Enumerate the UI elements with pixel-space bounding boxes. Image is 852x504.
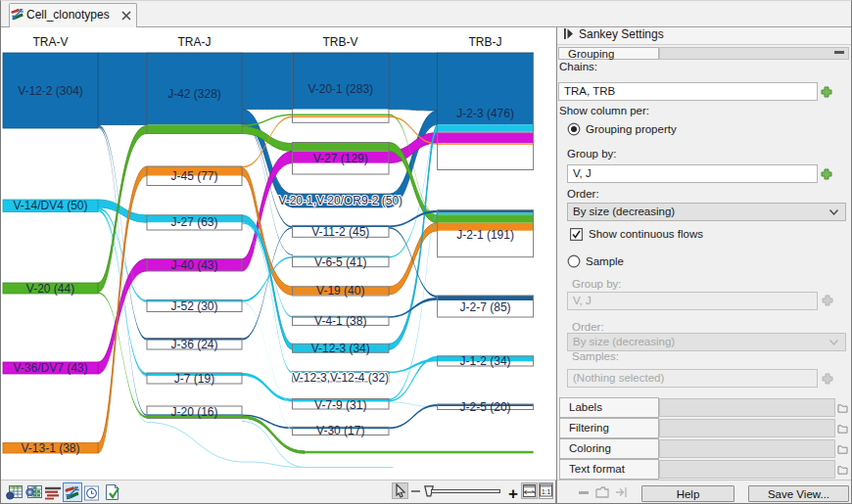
svg-text:TRA-J: TRA-J xyxy=(178,35,212,49)
svg-text:V-27 (129): V-27 (129) xyxy=(313,152,368,165)
svg-text:J-27 (63): J-27 (63) xyxy=(170,215,217,229)
svg-text:V-20 (44): V-20 (44) xyxy=(26,282,74,296)
svg-text:V-12-3 (34): V-12-3 (34) xyxy=(311,342,370,355)
svg-text:J-45 (77): J-45 (77) xyxy=(170,169,217,183)
svg-text:V-11-2 (45): V-11-2 (45) xyxy=(311,225,369,239)
svg-text:J-7 (19): J-7 (19) xyxy=(174,372,214,386)
svg-text:V-12-3,V-12-4 (32): V-12-3,V-12-4 (32) xyxy=(292,371,389,385)
svg-text:J-2-3 (476): J-2-3 (476) xyxy=(456,107,514,120)
svg-text:J-42 (328): J-42 (328) xyxy=(167,87,221,101)
svg-text:J-52 (30): J-52 (30) xyxy=(170,299,217,313)
svg-text:V-19 (40): V-19 (40) xyxy=(316,284,364,298)
svg-text:J-2-1 (191): J-2-1 (191) xyxy=(456,228,514,242)
svg-text:J-40 (43): J-40 (43) xyxy=(170,258,217,272)
svg-text:1:1: 1:1 xyxy=(542,488,550,495)
svg-text:V-12-2 (304): V-12-2 (304) xyxy=(18,84,83,98)
svg-text:V-6-5 (41): V-6-5 (41) xyxy=(314,255,366,269)
svg-text:V-30 (17): V-30 (17) xyxy=(316,424,364,437)
svg-text:V-13-1 (38): V-13-1 (38) xyxy=(21,441,79,455)
svg-text:J-36 (24): J-36 (24) xyxy=(170,338,217,351)
svg-text:V-14/DV4 (50): V-14/DV4 (50) xyxy=(13,199,87,212)
svg-text:V-4-1 (38): V-4-1 (38) xyxy=(314,314,366,328)
svg-text:V-7-9 (31): V-7-9 (31) xyxy=(314,398,366,412)
svg-text:J-2-5 (20): J-2-5 (20) xyxy=(460,400,511,414)
svg-text:V-20-1,V-20/OR9-2 (50): V-20-1,V-20/OR9-2 (50) xyxy=(278,194,402,207)
svg-text:J-2-7 (85): J-2-7 (85) xyxy=(460,300,511,314)
svg-text:TRA-V: TRA-V xyxy=(33,35,69,49)
svg-text:TRB-J: TRB-J xyxy=(469,35,502,49)
svg-text:V-36/DV7 (43): V-36/DV7 (43) xyxy=(13,361,87,375)
svg-text:J-1-2 (34): J-1-2 (34) xyxy=(460,354,511,368)
svg-text:V-20-1 (283): V-20-1 (283) xyxy=(308,82,373,96)
svg-text:J-20 (16): J-20 (16) xyxy=(170,405,217,419)
svg-text:TRB-V: TRB-V xyxy=(323,35,358,49)
